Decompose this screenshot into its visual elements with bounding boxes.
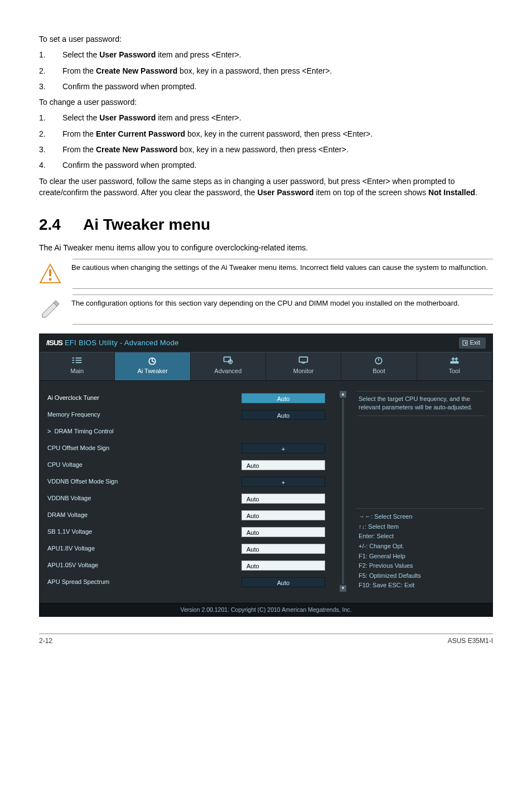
key-hint: F2: Previous Values (359, 561, 482, 571)
info-text: The configuration options for this secti… (71, 298, 490, 309)
bios-row-memory-frequency[interactable]: Memory FrequencyAuto (47, 408, 325, 422)
tab-monitor[interactable]: Monitor (266, 352, 341, 380)
tab-label: Monitor (293, 367, 314, 376)
bios-row-label: SB 1.1V Voltage (47, 528, 241, 537)
tab-boot[interactable]: Boot (341, 352, 417, 380)
bios-title: /ISUS EFI BIOS Utility - Advanced Mode (46, 338, 179, 349)
caution-text: Be cautious when changing the settings o… (71, 263, 490, 273)
bios-row-value[interactable]: Auto (241, 494, 325, 504)
exit-button[interactable]: Exit (459, 337, 486, 349)
svg-rect-7 (72, 360, 74, 361)
bios-row-dram-voltage[interactable]: DRAM VoltageAuto (47, 508, 325, 523)
bios-row-apu1-8v-voltage[interactable]: APU1.8V VoltageAuto (47, 542, 325, 556)
list-set: 1.Select the User Password item and pres… (39, 49, 493, 92)
scroll-track[interactable] (342, 399, 344, 584)
para-set-password: To set a user password: (39, 33, 493, 45)
tab-icon (373, 356, 384, 365)
caution-note: Be cautious when changing the settings o… (72, 259, 493, 289)
svg-rect-6 (72, 357, 74, 359)
key-hint: F1: General Help (359, 552, 482, 562)
key-hint: ↑↓: Select Item (359, 522, 482, 532)
tab-tool[interactable]: Tool (417, 352, 492, 380)
section-number: 2.4 (39, 214, 61, 236)
product-name: ASUS E35M1-I (448, 636, 493, 646)
key-hint: →←: Select Screen (359, 512, 482, 522)
bios-row-ai-overclock-tuner[interactable]: Ai Overclock TunerAuto (47, 391, 325, 405)
page-footer: 2-12 ASUS E35M1-I (39, 634, 493, 646)
exit-label: Exit (470, 339, 480, 347)
bios-row-label: CPU Voltage (47, 461, 241, 470)
section-title: Ai Tweaker menu (83, 214, 210, 236)
bios-body: Ai Overclock TunerAutoMemory FrequencyAu… (40, 381, 492, 603)
bios-row-apu-spread-spectrum[interactable]: APU Spread SpectrumAuto (47, 575, 325, 590)
bios-row-value[interactable]: Auto (241, 577, 325, 587)
bios-row-vddnb-offset-mode-sign[interactable]: VDDNB Offset Mode Sign+ (47, 475, 325, 489)
tab-icon (298, 356, 309, 365)
bios-scrollbar[interactable]: ▲ ▼ (340, 391, 346, 592)
bios-row-value[interactable]: Auto (241, 410, 325, 420)
bios-row-value[interactable]: Auto (241, 510, 325, 520)
tab-icon (223, 356, 234, 365)
bios-row-label: VDDNB Voltage (47, 494, 241, 503)
bios-row-value[interactable]: Auto (241, 393, 325, 403)
para-clear-password: To clear the user password, follow the s… (39, 176, 493, 199)
info-note: The configuration options for this secti… (72, 294, 493, 325)
bios-row-value[interactable]: Auto (241, 460, 325, 470)
bios-title-text: EFI BIOS Utility - Advanced Mode (62, 339, 179, 347)
exit-icon (462, 340, 468, 346)
list-item: 2.From the Create New Password box, key … (39, 65, 493, 76)
tab-icon (449, 356, 460, 365)
bios-row-label: Memory Frequency (47, 410, 241, 419)
tab-advanced[interactable]: Advanced (191, 352, 266, 380)
list-item: 3.Confirm the password when prompted. (39, 81, 493, 92)
bios-row-label: APU1.05V Voltage (47, 561, 241, 570)
key-hint: +/-: Change Opt. (359, 542, 482, 552)
bios-row-vddnb-voltage[interactable]: VDDNB VoltageAuto (47, 491, 325, 506)
tab-label: Ai Tweaker (137, 367, 167, 376)
svg-rect-17 (302, 363, 305, 364)
tab-label: Advanced (214, 367, 241, 376)
tab-label: Boot (373, 367, 385, 376)
svg-rect-19 (450, 361, 458, 364)
bios-row-label: DRAM Voltage (47, 511, 241, 520)
tab-ai-tweaker[interactable]: Ai Tweaker (115, 352, 190, 380)
list-item: 4.Confirm the password when prompted. (39, 160, 493, 171)
list-item: 1.Select the User Password item and pres… (39, 49, 493, 60)
bios-row-cpu-voltage[interactable]: CPU VoltageAuto (47, 458, 325, 472)
bios-row-value[interactable]: Auto (241, 544, 325, 554)
bios-row-label: APU Spread Spectrum (47, 578, 241, 587)
list-item: 1.Select the User Password item and pres… (39, 112, 493, 123)
key-hint: F10: Save ESC: Exit (359, 581, 482, 591)
bios-row-apu1-05v-voltage[interactable]: APU1.05V VoltageAuto (47, 558, 325, 573)
bios-row-cpu-offset-mode-sign[interactable]: CPU Offset Mode Sign+ (47, 441, 325, 456)
bios-row-value[interactable]: + (241, 443, 325, 453)
tab-label: Tool (449, 367, 460, 376)
bios-help-panel: Select the target CPU frequency, and the… (356, 391, 485, 592)
bios-row-value[interactable]: Auto (241, 561, 325, 571)
bios-row-sb-1-1v-voltage[interactable]: SB 1.1V VoltageAuto (47, 525, 325, 539)
list-item: 3.From the Create New Password box, key … (39, 144, 493, 155)
caution-icon (39, 263, 61, 285)
bios-help-text: Select the target CPU frequency, and the… (356, 391, 485, 416)
bios-row-label: Ai Overclock Tuner (47, 394, 241, 403)
bios-row-label: CPU Offset Mode Sign (47, 444, 241, 453)
tab-icon (147, 356, 158, 365)
svg-rect-1 (49, 269, 51, 276)
bios-footer: Version 2.00.1201. Copyright (C) 2010 Am… (40, 603, 492, 616)
bios-row-dram-timing-control[interactable]: >DRAM Timing Control (47, 424, 325, 439)
scroll-up-icon[interactable]: ▲ (340, 391, 346, 398)
bios-tabs: MainAi TweakerAdvancedMonitorBootTool (40, 352, 492, 381)
submenu-arrow-icon: > (47, 428, 51, 434)
tab-main[interactable]: Main (40, 352, 115, 380)
page-number: 2-12 (39, 636, 52, 646)
bios-row-label: APU1.8V Voltage (47, 544, 241, 553)
svg-point-2 (49, 278, 52, 281)
svg-rect-13 (224, 357, 230, 361)
bios-row-value[interactable]: + (241, 477, 325, 487)
scroll-down-icon[interactable]: ▼ (340, 585, 346, 592)
bios-titlebar: /ISUS EFI BIOS Utility - Advanced Mode E… (40, 334, 492, 352)
bios-row-value[interactable]: Auto (241, 527, 325, 537)
bios-settings-list: Ai Overclock TunerAutoMemory FrequencyAu… (47, 391, 325, 592)
bios-row-label: VDDNB Offset Mode Sign (47, 477, 241, 486)
tab-label: Main (70, 367, 84, 376)
